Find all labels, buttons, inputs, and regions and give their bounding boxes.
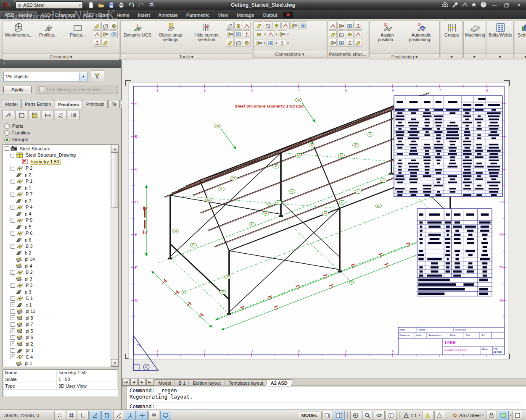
tree-item-p-6[interactable]: p 6 xyxy=(3,236,111,243)
ring-button[interactable] xyxy=(93,39,101,47)
tree-expander[interactable]: + xyxy=(11,192,15,197)
brace-button[interactable] xyxy=(329,39,337,47)
tree-item-p-5[interactable]: p 5 xyxy=(3,223,111,230)
apply-button[interactable]: Apply xyxy=(3,86,32,93)
ortho-toggle[interactable] xyxy=(78,411,89,420)
tree-item-pl-1[interactable]: pl 1 xyxy=(3,360,111,367)
tree-item-c-1[interactable]: +C 1 xyxy=(3,295,111,302)
layout-tab-templates-layout[interactable]: Templates layout xyxy=(223,379,268,386)
ribbon-tab-asd-drawings[interactable]: ASD - Drawings xyxy=(37,11,79,19)
palette-grip[interactable]: ⠿ xyxy=(0,62,13,66)
conn-beam-button[interactable] xyxy=(290,21,299,29)
roof-button[interactable] xyxy=(354,22,362,30)
tree-item-b-3[interactable]: +B 3 xyxy=(3,243,111,250)
wrench-button[interactable] xyxy=(451,1,458,9)
tree-expander[interactable]: + xyxy=(11,296,15,301)
workspace-combo[interactable]: ⚙ ASD Steel ▾ xyxy=(16,1,83,9)
conn-bracket-button[interactable] xyxy=(267,30,275,38)
record-dropdown[interactable]: ▾ xyxy=(295,16,297,19)
save-button[interactable] xyxy=(107,2,115,9)
hardware-acceleration-button[interactable] xyxy=(498,411,509,420)
portal-button[interactable] xyxy=(337,22,345,30)
panel-label-elements[interactable]: Elements ▾ xyxy=(3,53,119,60)
minimize-button[interactable]: — xyxy=(490,2,499,8)
status-tray-dropdown[interactable]: ▾ xyxy=(510,414,511,417)
tree-item-p-7[interactable]: p 7 xyxy=(3,197,111,204)
scroll-down-button[interactable]: ▼ xyxy=(111,359,119,367)
tree-item-b-2[interactable]: b 2 xyxy=(3,249,111,256)
clean-screen-button[interactable] xyxy=(512,411,523,420)
tree-item-isometry-1-50[interactable]: Isometry 1:50 xyxy=(3,158,111,165)
ribbon-tab-parametric[interactable]: Parametric xyxy=(182,11,214,19)
save-positions-button[interactable] xyxy=(29,110,40,120)
settings-button[interactable]: aSettings xyxy=(516,21,526,52)
frame-v-button[interactable] xyxy=(337,39,345,47)
application-menu-button[interactable]: A▾ xyxy=(0,0,13,10)
record-button[interactable] xyxy=(283,12,293,18)
ribbon-tab-home[interactable]: Home xyxy=(112,11,134,19)
stairs-button[interactable] xyxy=(346,39,354,47)
grid-toggle[interactable] xyxy=(66,411,77,420)
panel-label-connections[interactable]: Connections ▾ xyxy=(254,51,326,58)
qp-toggle[interactable] xyxy=(160,411,171,420)
lwt-toggle[interactable] xyxy=(148,411,159,420)
otrack-toggle[interactable] xyxy=(113,411,124,420)
panel-label-tools[interactable]: Tools ▾ xyxy=(121,53,252,60)
groups-button[interactable]: Groups xyxy=(442,21,461,52)
match-properties-button[interactable] xyxy=(243,22,251,30)
open-file-button[interactable] xyxy=(97,2,105,9)
position-frame-button[interactable] xyxy=(16,110,27,120)
showmotion-button[interactable] xyxy=(386,411,396,420)
command-grip[interactable]: ⠿ xyxy=(122,386,127,410)
ribbon-tab-insert[interactable]: Insert xyxy=(134,11,154,19)
hide-current-selection-button[interactable]: Hide current selection xyxy=(188,21,225,52)
tree-item-pl-2[interactable]: +pl 2 xyxy=(3,341,111,347)
tree-item-p-6[interactable]: +P 6 xyxy=(3,230,111,237)
coordinates-readout[interactable]: 36626, 22568, 0 xyxy=(0,413,54,418)
conn-corner-button[interactable] xyxy=(278,30,286,38)
workspace-switcher[interactable]: ASD Steel▾ xyxy=(450,412,486,418)
tree-item-steel-structure[interactable]: −Steel Structure xyxy=(3,145,111,152)
tree-expander[interactable]: + xyxy=(11,348,15,353)
tree-expander[interactable]: + xyxy=(11,309,15,314)
tree-item-steel-structure-drawing[interactable]: −Steel Structure_Drawing xyxy=(3,152,111,159)
tree-item-p-3[interactable]: +P 3 xyxy=(3,282,111,289)
radio-parts[interactable]: Parts xyxy=(4,123,117,129)
automatic-positioning-button[interactable]: 1AAutomatic positioning... xyxy=(404,21,438,52)
tree-item-pl-14[interactable]: pl 14 xyxy=(3,256,111,263)
tree-expander[interactable]: + xyxy=(11,283,15,288)
conn-baseplate-button[interactable] xyxy=(255,39,263,47)
tree-expander[interactable]: + xyxy=(11,315,15,320)
workframes-button[interactable]: Workframes... xyxy=(4,21,33,52)
layout-tab-model[interactable]: Model xyxy=(153,379,176,386)
conn-baseplate-dropdown[interactable]: ▾ xyxy=(264,42,266,45)
tree-item-pl-8[interactable]: +pl 8 xyxy=(3,315,111,321)
filter-settings-button[interactable] xyxy=(91,71,104,82)
tree-expander[interactable]: + xyxy=(11,270,15,275)
plate-trapezoid-button[interactable] xyxy=(93,30,101,38)
print-button[interactable] xyxy=(148,2,155,9)
conn-splice-button[interactable] xyxy=(264,21,272,29)
copy-element-button[interactable] xyxy=(226,22,234,30)
tree-expander[interactable]: + xyxy=(11,328,15,333)
tree-expander[interactable]: − xyxy=(5,146,9,151)
panel-label-single-settings[interactable]: ▾ xyxy=(515,53,526,60)
orbit-button[interactable] xyxy=(374,411,385,420)
mark-level-button[interactable] xyxy=(243,30,251,38)
conn-bolted-button[interactable] xyxy=(278,39,286,47)
measure-beam-button[interactable] xyxy=(226,30,234,38)
tree-item-p-7[interactable]: +P 7 xyxy=(3,191,111,198)
cage-ladder-button[interactable] xyxy=(346,30,354,38)
tree-item-pl-5[interactable]: +pl 5 xyxy=(3,328,111,334)
panel-label-single-bolts-welds[interactable]: ▾ xyxy=(486,53,513,60)
next-layout-button[interactable]: ▶ xyxy=(138,379,145,386)
tree-item-p-1[interactable]: +P 1 xyxy=(3,178,111,185)
columns-button[interactable] xyxy=(68,110,79,120)
tree-expander[interactable]: + xyxy=(11,179,15,184)
dynamic-ucs-button[interactable]: Dynamic UCS xyxy=(122,21,153,52)
scroll-up-button[interactable]: ▲ xyxy=(111,145,119,152)
bolts-welds-button[interactable]: Bolts/Welds xyxy=(488,21,513,52)
tree-expander[interactable]: + xyxy=(11,322,15,327)
profiles-button[interactable]: Profiles... xyxy=(34,21,63,52)
weld-tool-button[interactable] xyxy=(243,39,251,47)
